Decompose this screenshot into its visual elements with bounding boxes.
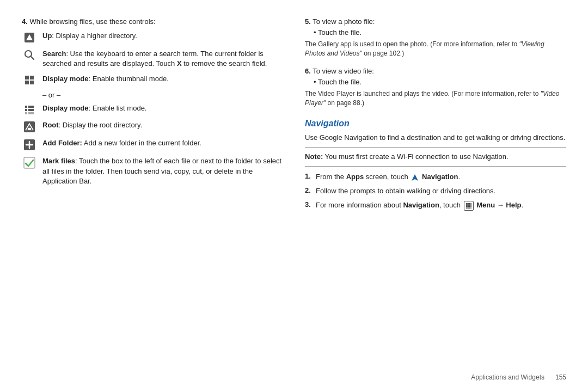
page-number: 155 xyxy=(555,373,566,381)
item-display-thumb: Display mode: Enable thumbnail mode. xyxy=(22,74,283,85)
svg-rect-30 xyxy=(470,207,471,209)
left-column: 4. While browsing files, use these contr… xyxy=(22,17,283,379)
nav-step-3: 3. For more information about Navigation… xyxy=(305,200,566,211)
display-thumb-text: Display mode: Enable thumbnail mode. xyxy=(42,74,283,84)
up-text: Up: Display a higher directory. xyxy=(42,31,283,41)
nav-step-2: 2. Follow the prompts to obtain walking … xyxy=(305,186,566,196)
menu-grid-icon xyxy=(464,201,474,211)
svg-rect-6 xyxy=(25,81,29,84)
item-up: Up: Display a higher directory. xyxy=(22,31,283,44)
svg-rect-12 xyxy=(25,112,27,114)
svg-rect-9 xyxy=(28,106,34,108)
svg-rect-11 xyxy=(28,109,34,111)
nav-step-1-content: From the Apps screen, touch Navigation. xyxy=(316,172,566,182)
step5-bullet: Touch the file. xyxy=(314,28,566,38)
up-icon xyxy=(22,32,37,44)
navigation-arrow-icon xyxy=(411,174,419,181)
item-add-folder: Add Folder: Add a new folder in the curr… xyxy=(22,138,283,151)
svg-rect-24 xyxy=(470,203,471,205)
svg-rect-27 xyxy=(470,205,471,207)
svg-rect-29 xyxy=(468,207,470,209)
mark-files-text: Mark files: Touch the box to the left of… xyxy=(42,156,283,186)
step-6: 6. To view a video file: Touch the file.… xyxy=(305,67,566,111)
root-text: Root: Display the root directory. xyxy=(42,120,283,130)
grid-icon xyxy=(22,75,37,85)
step6-sub: The Video Player is launched and plays t… xyxy=(305,89,566,108)
item-search: Search: Use the keyboard to enter a sear… xyxy=(22,49,283,69)
svg-rect-25 xyxy=(466,205,468,207)
svg-rect-5 xyxy=(30,76,34,79)
svg-rect-22 xyxy=(466,203,468,205)
item-display-list: Display mode: Enable list mode. xyxy=(22,103,283,115)
nav-step-3-content: For more information about Navigation, t… xyxy=(316,200,566,211)
nav-description: Use Google Navigation to find a destinat… xyxy=(305,133,566,143)
svg-marker-21 xyxy=(412,174,418,181)
step5-sub: The Gallery app is used to open the phot… xyxy=(305,40,566,58)
navigation-title: Navigation xyxy=(305,119,566,128)
root-icon xyxy=(22,121,37,133)
svg-rect-7 xyxy=(30,81,34,84)
intro-text: 4. While browsing files, use these contr… xyxy=(22,17,283,26)
nav-step-2-content: Follow the prompts to obtain walking or … xyxy=(316,186,566,196)
right-column: 5. To view a photo file: Touch the file.… xyxy=(305,17,566,379)
note-box: Note: You must first create a Wi-Fi conn… xyxy=(305,147,566,167)
svg-rect-23 xyxy=(468,203,470,205)
step6-bullet: Touch the file. xyxy=(314,77,566,87)
footer: Applications and Widgets 155 xyxy=(471,373,566,381)
svg-rect-13 xyxy=(28,112,34,114)
search-icon xyxy=(22,50,37,60)
svg-rect-8 xyxy=(25,106,27,108)
checkmark-icon xyxy=(22,157,37,169)
or-divider: – or – xyxy=(42,91,283,99)
list-icon xyxy=(22,104,37,115)
item-root: Root: Display the root directory. xyxy=(22,120,283,133)
add-folder-icon xyxy=(22,139,37,151)
navigation-steps: 1. From the Apps screen, touch Navigatio… xyxy=(305,172,566,215)
svg-rect-4 xyxy=(25,76,29,79)
svg-rect-10 xyxy=(25,109,27,111)
svg-rect-16 xyxy=(28,128,31,130)
search-text: Search: Use the keyboard to enter a sear… xyxy=(42,49,283,69)
item-mark-files: Mark files: Touch the box to the left of… xyxy=(22,156,283,186)
add-folder-text: Add Folder: Add a new folder in the curr… xyxy=(42,138,283,148)
svg-rect-26 xyxy=(468,205,470,207)
step-5: 5. To view a photo file: Touch the file.… xyxy=(305,17,566,62)
footer-section-label: Applications and Widgets xyxy=(471,373,544,381)
display-list-text: Display mode: Enable list mode. xyxy=(42,103,283,113)
nav-step-1: 1. From the Apps screen, touch Navigatio… xyxy=(305,172,566,182)
svg-rect-28 xyxy=(466,207,468,209)
svg-line-3 xyxy=(31,57,34,60)
